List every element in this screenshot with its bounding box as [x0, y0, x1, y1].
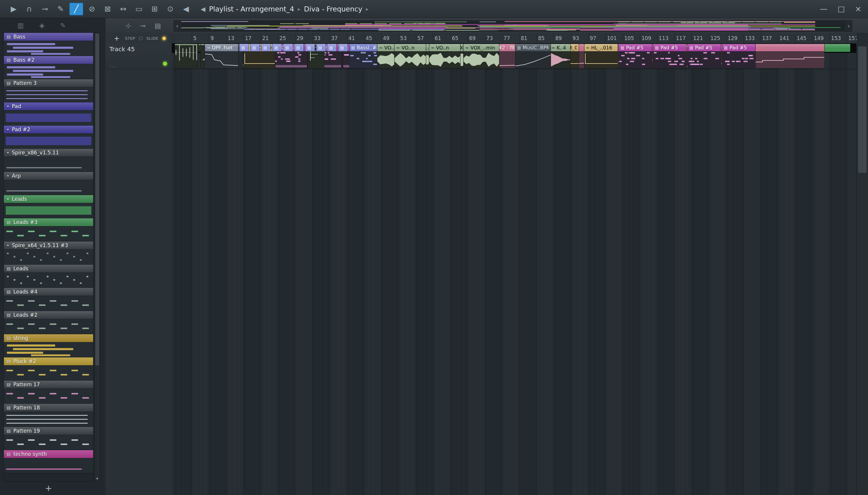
- minimap-clip-mark: [211, 28, 244, 29]
- zoom-tool-icon[interactable]: ⊞: [148, 3, 162, 15]
- mute-tool-icon[interactable]: ⊠: [101, 3, 115, 15]
- minimap-clip-mark: [742, 21, 754, 22]
- pattern-list-item[interactable]: •Spire_x86_v1.5.11: [4, 149, 93, 172]
- minimap-clip-mark: [479, 21, 496, 22]
- timeline-minimap[interactable]: ‹ ›: [174, 20, 852, 32]
- clip-type-icon: ▤: [724, 46, 727, 50]
- pattern-list-scrollbar[interactable]: ▾: [94, 33, 100, 482]
- pattern-list-item[interactable]: •Pad: [4, 102, 93, 125]
- select-tool-icon[interactable]: ▭: [132, 3, 146, 15]
- pattern-list-item[interactable]: ▤Leads #2: [4, 311, 93, 334]
- pattern-list-item[interactable]: ▤Leads #4: [4, 288, 93, 311]
- ruler-bar-number: 29: [297, 35, 303, 41]
- track-overflow-indicator: ...: [110, 63, 116, 68]
- preview-mark: [14, 256, 15, 257]
- step-toggle[interactable]: [139, 36, 143, 40]
- scroll-down-icon[interactable]: ▾: [95, 476, 100, 481]
- magnify-tool-icon[interactable]: ⊙: [163, 3, 177, 15]
- pattern-name-bar: •Pad #2: [4, 125, 93, 133]
- preview-mark: [50, 300, 56, 302]
- grid-view-icon[interactable]: ▤: [154, 22, 161, 30]
- pattern-list-item[interactable]: •Spire_x64_v1.5.11 #3: [4, 241, 93, 264]
- pattern-grid-icon[interactable]: ▥: [17, 22, 24, 29]
- add-pattern-button[interactable]: +: [4, 483, 94, 493]
- pattern-list-item[interactable]: ▤Pattern 3: [4, 79, 93, 102]
- slide-tool-icon[interactable]: ⊸: [140, 22, 145, 30]
- add-track-button[interactable]: +: [114, 35, 119, 42]
- preview-mark: [6, 137, 91, 145]
- clip[interactable]: ▤MusiC..BPM): [515, 44, 551, 68]
- clip[interactable]: ≈VOX_..min: [463, 44, 499, 68]
- clip[interactable]: ▤Pad #5: [653, 44, 687, 68]
- minimap-scroll-right-button[interactable]: ›: [846, 20, 852, 31]
- pattern-list-item[interactable]: ▤Leads #3: [4, 218, 93, 241]
- maximize-button[interactable]: □: [838, 4, 845, 13]
- pattern-list-item[interactable]: ▤Pattern 17: [4, 380, 93, 404]
- track-enable-led[interactable]: [163, 62, 167, 66]
- clip-body: [394, 51, 426, 68]
- slip-tool-icon[interactable]: ↔: [116, 3, 130, 15]
- minimize-button[interactable]: —: [820, 4, 827, 13]
- minimap-clip-mark: [295, 23, 309, 24]
- headphones-icon[interactable]: ∩: [22, 3, 36, 15]
- slide-toggle[interactable]: [162, 36, 166, 40]
- timeline-ruler[interactable]: 5913172125293337414549535761656973778185…: [172, 33, 856, 44]
- scrollbar-thumb[interactable]: [95, 33, 99, 365]
- preview-mark: [61, 304, 67, 306]
- pattern-list-item[interactable]: •Leads: [4, 195, 93, 218]
- clip[interactable]: ≈VO..n: [429, 44, 460, 68]
- ruler-bar-number: 41: [348, 35, 355, 41]
- preview-mark: [6, 393, 13, 394]
- pattern-name: Pattern 3: [13, 80, 36, 86]
- pattern-list-item[interactable]: ▤Pattern 19: [4, 427, 93, 450]
- minimap-scroll-left-button[interactable]: ‹: [174, 20, 181, 31]
- preview-mark: [86, 253, 88, 254]
- track-name-row[interactable]: Track 45...: [105, 44, 172, 69]
- pattern-star-icon[interactable]: ◈: [39, 22, 45, 29]
- paint-tool-icon[interactable]: ╱: [69, 3, 83, 15]
- pattern-preview: [4, 64, 93, 79]
- preview-mark: [60, 259, 62, 261]
- ruler-bar-number: 121: [693, 35, 703, 41]
- play-icon[interactable]: ▶: [6, 3, 20, 15]
- minimap-clip-mark: [287, 29, 297, 30]
- pattern-list-item[interactable]: ▤Pluck #2: [4, 357, 93, 380]
- clip-header: ▤Pad #5: [653, 44, 686, 51]
- pattern-draw-icon[interactable]: ✎: [60, 22, 66, 29]
- delete-tool-icon[interactable]: ⊘: [85, 3, 99, 15]
- pattern-list-item[interactable]: ▤Bass #2: [4, 56, 93, 79]
- clip[interactable]: ▤Pad #5: [687, 44, 721, 68]
- preview-mark: [50, 231, 56, 232]
- preview-mark: [67, 276, 68, 277]
- playlist-tool-icons: ⊹⊸▤: [125, 18, 161, 33]
- pattern-list-item[interactable]: ▤techno synth: [4, 450, 93, 473]
- vertical-scrollbar[interactable]: [856, 44, 868, 495]
- pattern-name-bar: ▤Pattern 17: [4, 380, 93, 388]
- scrollbar-thumb[interactable]: [858, 46, 867, 173]
- pattern-preview: [4, 412, 93, 427]
- clip[interactable]: ≈HL_..016: [584, 44, 618, 68]
- pattern-list-item[interactable]: ▤Leads: [4, 264, 93, 288]
- ruler-bar-number: 53: [400, 35, 407, 41]
- pattern-list-item[interactable]: ▤Pattern 18: [4, 404, 93, 427]
- close-button[interactable]: ×: [855, 4, 862, 13]
- clip[interactable]: ▤Pad #5: [722, 44, 756, 68]
- move-tool-icon[interactable]: ⊹: [125, 22, 131, 30]
- track-lane[interactable]: ≈VO..n≈VO..n≈VOX_..min▤MusiC..BPM)≈HL_..…: [172, 44, 856, 69]
- clip[interactable]: ≈VO..n: [394, 44, 426, 68]
- ruler-bar-number: 157: [848, 35, 856, 41]
- clip[interactable]: ▤Pad #5: [619, 44, 652, 68]
- minimap-clip-mark: [311, 28, 328, 29]
- preview-mark: [82, 328, 89, 329]
- preview-mark: [82, 397, 89, 399]
- preview-speaker-icon[interactable]: ◀: [179, 3, 193, 15]
- pencil-tool-icon[interactable]: ✎: [54, 3, 67, 15]
- link-tool-icon[interactable]: ⊸: [38, 3, 52, 15]
- pattern-list-item[interactable]: ▤string: [4, 334, 93, 357]
- preview-mark: [80, 259, 82, 261]
- pattern-list-item[interactable]: •Arp: [4, 172, 93, 195]
- preview-mark: [71, 393, 78, 394]
- pattern-title: Diva - Frequency: [304, 5, 363, 13]
- pattern-list-item[interactable]: •Pad #2: [4, 125, 93, 149]
- pattern-list-item[interactable]: ▤Bass: [4, 33, 93, 56]
